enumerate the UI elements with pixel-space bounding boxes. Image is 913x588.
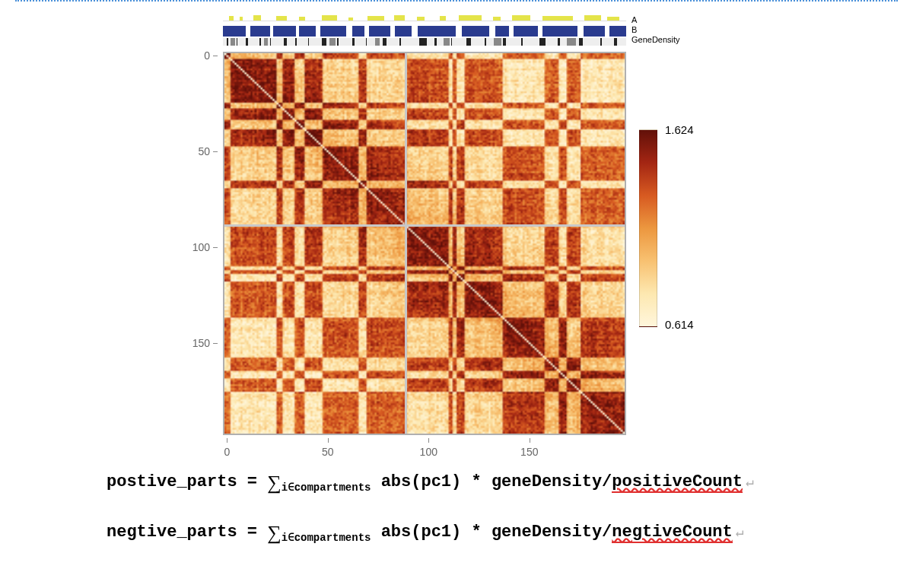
- svg-rect-4: [276, 16, 287, 21]
- track-b: [223, 26, 626, 37]
- track-label-b: B: [631, 25, 680, 35]
- svg-rect-24: [369, 26, 390, 37]
- svg-rect-66: [567, 38, 576, 46]
- pos-rhs: positiveCount: [612, 472, 743, 493]
- svg-rect-63: [375, 38, 380, 46]
- svg-rect-50: [451, 38, 452, 46]
- pos-sub: i∈compartments: [282, 482, 371, 494]
- svg-rect-53: [503, 38, 506, 46]
- svg-rect-49: [434, 38, 437, 46]
- y-tick-150: 150: [192, 337, 210, 349]
- svg-rect-21: [299, 26, 316, 37]
- svg-rect-11: [440, 16, 446, 21]
- svg-rect-29: [514, 26, 538, 37]
- svg-rect-41: [308, 38, 309, 46]
- svg-rect-57: [579, 38, 583, 46]
- svg-rect-23: [352, 26, 364, 37]
- track-a: [223, 15, 626, 26]
- neg-sub: i∈compartments: [282, 532, 371, 544]
- return-icon: ↵: [746, 475, 754, 490]
- svg-rect-0: [223, 21, 626, 21]
- svg-rect-28: [495, 26, 509, 37]
- svg-rect-40: [295, 38, 297, 46]
- annotation-tracks: [223, 15, 626, 47]
- svg-rect-58: [600, 38, 602, 46]
- svg-rect-44: [352, 38, 355, 46]
- svg-rect-14: [512, 15, 530, 21]
- y-tick-50: 50: [198, 145, 210, 157]
- svg-rect-55: [539, 38, 546, 46]
- svg-rect-9: [394, 15, 405, 21]
- track-gene-density: [223, 37, 626, 47]
- colorbar-max: 1.624: [665, 123, 694, 136]
- track-labels: A B GeneDensity: [631, 15, 680, 45]
- svg-rect-8: [367, 16, 384, 21]
- svg-rect-62: [329, 38, 336, 46]
- svg-rect-18: [223, 26, 246, 37]
- x-tick-0: 0: [224, 446, 230, 458]
- svg-rect-7: [348, 17, 353, 21]
- svg-rect-2: [240, 17, 243, 21]
- dotted-divider: [15, 0, 898, 2]
- svg-rect-5: [299, 17, 305, 21]
- svg-rect-45: [366, 38, 367, 46]
- y-tick-100: 100: [192, 241, 210, 253]
- y-axis: 0 50 100 150: [152, 52, 221, 435]
- svg-rect-26: [418, 26, 456, 37]
- x-axis: 0 50 100 150: [223, 438, 626, 461]
- return-icon: ↵: [736, 525, 744, 540]
- svg-rect-42: [322, 38, 326, 46]
- pos-lhs: postive_parts: [107, 472, 237, 491]
- svg-rect-59: [614, 38, 617, 46]
- formulas: postive_parts = ∑i∈compartments abs(pc1)…: [107, 472, 837, 572]
- track-label-gd: GeneDensity: [631, 35, 680, 45]
- colorbar: 1.624 0.614: [639, 129, 715, 358]
- heatmap-canvas: [224, 53, 625, 434]
- svg-rect-47: [399, 38, 401, 46]
- svg-rect-39: [284, 38, 287, 46]
- svg-rect-52: [485, 38, 486, 46]
- svg-rect-1: [229, 16, 234, 21]
- neg-lhs: negtive_parts: [107, 523, 237, 542]
- neg-rhs: negtiveCount: [612, 523, 732, 543]
- svg-rect-13: [493, 17, 501, 21]
- svg-rect-12: [459, 15, 482, 21]
- colorbar-min: 0.614: [665, 318, 694, 331]
- svg-rect-31: [584, 26, 605, 37]
- svg-rect-38: [270, 38, 271, 46]
- svg-rect-19: [250, 26, 270, 37]
- svg-rect-51: [466, 38, 471, 46]
- svg-rect-65: [494, 38, 501, 46]
- x-tick-100: 100: [420, 446, 437, 458]
- x-tick-50: 50: [322, 446, 334, 458]
- svg-rect-36: [246, 38, 248, 46]
- svg-rect-25: [395, 26, 412, 37]
- sigma-icon: ∑: [267, 472, 282, 494]
- y-tick-0: 0: [204, 49, 210, 62]
- svg-rect-34: [227, 38, 228, 46]
- formula-negative: negtive_parts = ∑i∈compartments abs(pc1)…: [107, 522, 837, 545]
- track-label-a: A: [631, 15, 680, 25]
- svg-rect-22: [320, 26, 346, 37]
- svg-rect-27: [462, 26, 489, 37]
- formula-positive: postive_parts = ∑i∈compartments abs(pc1)…: [107, 472, 837, 494]
- sigma-icon: ∑: [267, 522, 282, 545]
- svg-rect-15: [542, 16, 573, 21]
- svg-rect-16: [584, 15, 601, 21]
- svg-rect-35: [237, 38, 237, 46]
- svg-rect-61: [264, 38, 268, 46]
- svg-rect-46: [383, 38, 387, 46]
- svg-rect-37: [259, 38, 261, 46]
- heatmap: [223, 52, 626, 435]
- svg-rect-17: [607, 17, 619, 21]
- pos-mid: abs(pc1) * geneDensity: [381, 472, 602, 491]
- svg-rect-3: [253, 15, 261, 21]
- svg-rect-43: [337, 38, 339, 46]
- figure: A B GeneDensity 0 50 100 150 0 50 100 15…: [152, 15, 730, 456]
- svg-rect-30: [542, 26, 577, 37]
- svg-rect-6: [322, 15, 337, 21]
- x-tick-150: 150: [520, 446, 538, 458]
- svg-rect-32: [609, 26, 626, 37]
- svg-rect-64: [444, 38, 450, 46]
- svg-rect-20: [273, 26, 296, 37]
